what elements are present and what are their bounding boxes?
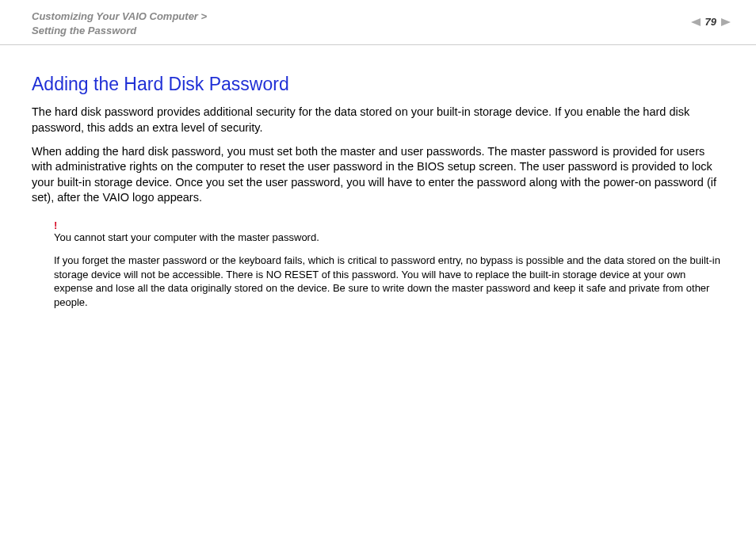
pager: 79 xyxy=(691,10,731,28)
warning-icon: ! xyxy=(54,220,724,231)
paragraph: The hard disk password provides addition… xyxy=(32,105,724,135)
prev-page-icon[interactable] xyxy=(691,18,701,26)
warning-text: If you forget the master password or the… xyxy=(54,254,724,309)
svg-marker-1 xyxy=(721,18,731,26)
content: Adding the Hard Disk Password The hard d… xyxy=(0,45,756,309)
svg-marker-0 xyxy=(691,18,701,26)
breadcrumb-section: Customizing Your VAIO Computer xyxy=(32,10,198,22)
breadcrumb-subsection: Setting the Password xyxy=(32,25,136,36)
warning-text: You cannot start your computer with the … xyxy=(54,231,724,245)
breadcrumb: Customizing Your VAIO Computer > Setting… xyxy=(32,10,207,38)
breadcrumb-separator: > xyxy=(201,10,208,22)
warning-block: ! You cannot start your computer with th… xyxy=(54,220,724,310)
paragraph: When adding the hard disk password, you … xyxy=(32,144,724,206)
next-page-icon[interactable] xyxy=(721,18,731,26)
page-number: 79 xyxy=(705,16,716,28)
page-header: Customizing Your VAIO Computer > Setting… xyxy=(0,0,756,45)
page-title: Adding the Hard Disk Password xyxy=(32,74,724,95)
